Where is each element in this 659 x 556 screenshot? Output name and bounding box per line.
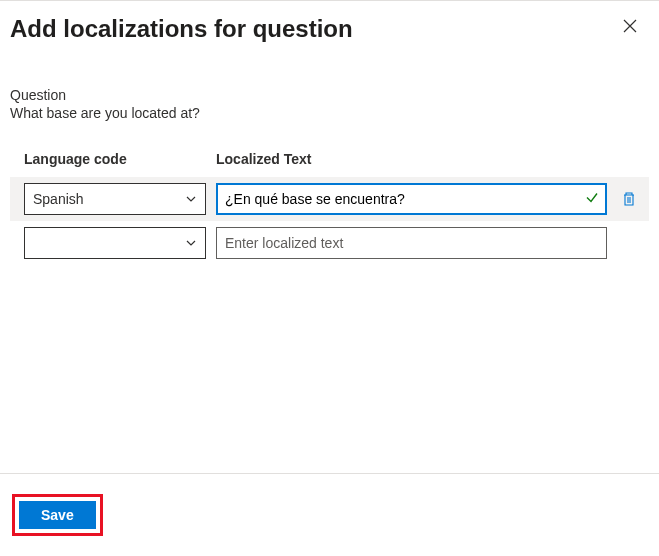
trash-icon (621, 191, 637, 207)
panel-title: Add localizations for question (10, 15, 353, 43)
checkmark-icon (585, 191, 599, 208)
chevron-down-icon (185, 237, 197, 249)
tutorial-highlight: Save (12, 494, 103, 536)
chevron-down-icon (185, 193, 197, 205)
delete-row-button[interactable] (617, 187, 641, 211)
question-label: Question (10, 87, 649, 103)
column-header-language: Language code (24, 151, 206, 167)
column-header-localized: Localized Text (216, 151, 649, 167)
close-button[interactable] (619, 15, 641, 41)
save-button[interactable]: Save (19, 501, 96, 529)
close-icon (623, 19, 637, 33)
language-select-value: Spanish (33, 191, 84, 207)
language-select[interactable] (24, 227, 206, 259)
question-text: What base are you located at? (10, 105, 649, 121)
language-select[interactable]: Spanish (24, 183, 206, 215)
localized-text-input[interactable] (216, 227, 607, 259)
localized-text-input[interactable] (216, 183, 607, 215)
localization-row: Spanish (10, 177, 649, 221)
localization-row (10, 221, 649, 265)
